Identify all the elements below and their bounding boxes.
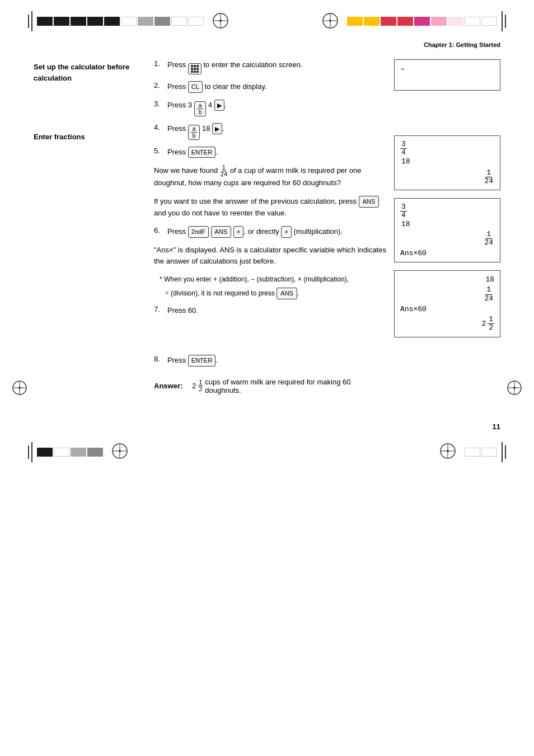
key-enter-5[interactable]: ENTER xyxy=(188,147,216,158)
step-8: 8. Press ENTER. xyxy=(154,355,386,367)
step-3: 3. Press 3 ab 4 ▶. xyxy=(154,100,386,116)
step-2: 2. Press CL to clear the display. xyxy=(154,81,386,93)
para-3: "Ans×" is displayed. ANS is a calculator… xyxy=(154,245,386,268)
key-enter-8[interactable]: ENTER xyxy=(188,355,216,367)
note-1: * When you enter + (addition), − (subtra… xyxy=(154,274,386,284)
section2-title: Enter fractions xyxy=(34,133,143,141)
key-ans-6[interactable]: ANS xyxy=(211,226,232,238)
compass-icon-left xyxy=(213,13,228,29)
para-2: If you want to use the answer of the pre… xyxy=(154,196,386,219)
step-4: 4. Press ab 18 ▶. xyxy=(154,123,386,140)
note-2: ÷ (division), it is not required to pres… xyxy=(154,288,386,299)
svg-point-23 xyxy=(447,450,449,452)
answer-label: Answer: xyxy=(154,382,188,390)
key-ans-inline[interactable]: ANS xyxy=(359,196,380,208)
compass-icon-bottom-left xyxy=(112,443,128,459)
compass-left-margin xyxy=(12,381,27,397)
svg-point-3 xyxy=(219,20,222,22)
step-6: 6. Press 2ndF ANS × , or directly × (mul… xyxy=(154,226,386,238)
compass-right-margin xyxy=(507,381,522,397)
key-frac-4[interactable]: ab xyxy=(188,125,200,140)
key-frac-3[interactable]: ab xyxy=(194,101,207,116)
display-2: 3 4 18 1 24 xyxy=(394,135,500,190)
key-grid[interactable] xyxy=(188,63,202,74)
key-ans-note[interactable]: ANS xyxy=(277,288,297,299)
step-7: 7. Press 60. xyxy=(154,305,386,316)
answer-section: Answer: 2 1 2 cups of warm milk are requ… xyxy=(154,378,386,395)
display-4: 18 1 24 Ans×60 2 1 xyxy=(394,270,500,337)
compass-icon-right-top xyxy=(322,13,338,29)
svg-point-15 xyxy=(513,387,516,389)
compass-icon-bottom-right xyxy=(440,443,456,459)
answer-text: cups of warm milk are required for makin… xyxy=(205,378,386,395)
key-times-6a[interactable]: × xyxy=(233,226,243,238)
key-arrow-3[interactable]: ▶ xyxy=(214,100,224,111)
key-times-6b[interactable]: × xyxy=(281,226,291,238)
key-arrow-4[interactable]: ▶ xyxy=(212,123,222,135)
page-number: 11 xyxy=(0,417,534,436)
display-3: 3 4 18 1 24 Ans×60 xyxy=(394,198,500,262)
step-1: 1. Press to enter the calculation screen… xyxy=(154,59,386,74)
step-5: 5. Press ENTER. xyxy=(154,147,386,158)
key-2ndf[interactable]: 2ndF xyxy=(188,226,209,238)
section1-title: Set up the calculator before calculation xyxy=(34,62,143,83)
svg-point-19 xyxy=(119,450,121,452)
key-cl[interactable]: CL xyxy=(188,81,203,93)
chapter-title: Chapter 1: Getting Started xyxy=(424,41,500,48)
chapter-header: Chapter 1: Getting Started xyxy=(34,37,500,48)
display-1: – xyxy=(394,59,500,91)
para-1: Now we have found 124 of a cup of warm m… xyxy=(154,165,386,189)
svg-point-7 xyxy=(329,20,331,22)
svg-point-11 xyxy=(18,387,21,389)
